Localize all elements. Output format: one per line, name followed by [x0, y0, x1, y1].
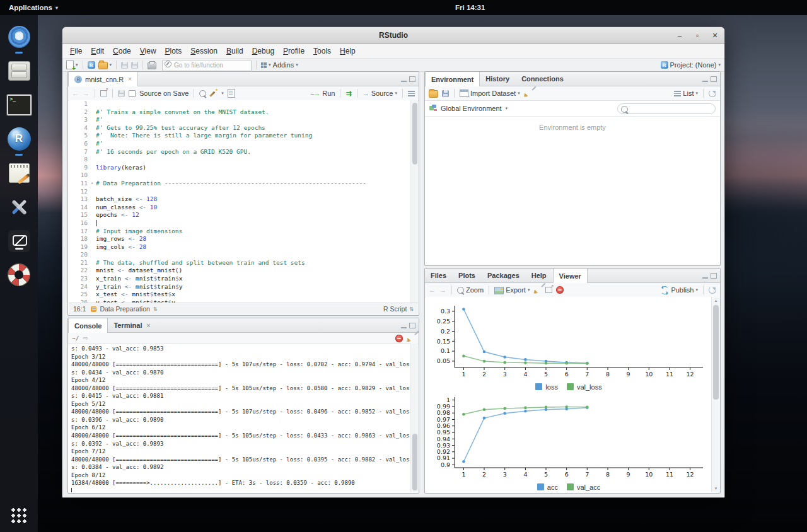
- tab-terminal[interactable]: Terminal×: [108, 318, 156, 332]
- open-in-window-icon[interactable]: [545, 287, 552, 293]
- code-line[interactable]: 6#': [69, 140, 411, 148]
- interrupt-stop-icon[interactable]: [395, 335, 403, 342]
- pane-minimize-icon[interactable]: [702, 76, 708, 82]
- close-icon[interactable]: ✕: [711, 32, 719, 39]
- clock[interactable]: Fri 14:31: [455, 0, 485, 15]
- editor-scrollbar[interactable]: [410, 100, 418, 303]
- code-line[interactable]: 17# Input image dimensions: [69, 228, 411, 236]
- save-all-button[interactable]: [131, 62, 138, 69]
- menu-profile[interactable]: Profile: [279, 45, 309, 57]
- tab-mnist-cnn-r[interactable]: Rmnist_cnn.R×: [68, 72, 138, 86]
- forward-icon[interactable]: →: [439, 286, 446, 294]
- tab-packages[interactable]: Packages: [482, 269, 526, 282]
- code-line[interactable]: 14num_classes <- 10: [69, 204, 411, 212]
- menu-file[interactable]: File: [66, 45, 86, 57]
- dock-terminal-button[interactable]: [6, 92, 32, 117]
- clear-environment-broom-icon[interactable]: [524, 90, 532, 98]
- code-tools-icon[interactable]: [210, 90, 218, 97]
- code-line[interactable]: 15epochs <- 12: [69, 211, 411, 219]
- load-workspace-icon[interactable]: [429, 90, 438, 98]
- code-line[interactable]: 9library(keras): [69, 164, 411, 172]
- code-line[interactable]: 13batch_size <- 128: [69, 195, 411, 204]
- dock-file-manager-button[interactable]: [6, 58, 32, 83]
- open-in-window-icon[interactable]: [100, 90, 107, 96]
- back-icon[interactable]: ←: [429, 286, 436, 294]
- forward-icon[interactable]: →: [83, 90, 90, 97]
- editor-scroll-thumb[interactable]: [412, 103, 417, 165]
- close-icon[interactable]: ×: [128, 76, 132, 83]
- code-line[interactable]: 20: [69, 251, 411, 259]
- code-line[interactable]: 25x_test <- mnist$test$x: [69, 291, 411, 299]
- document-outline-icon[interactable]: [408, 91, 415, 96]
- code-line[interactable]: 22mnist <- dataset_mnist(): [69, 267, 411, 275]
- code-editor[interactable]: 12#' Trains a simple convnet on the MNIS…: [69, 100, 411, 303]
- addins-button[interactable]: ▾ Addins ▾: [261, 61, 298, 69]
- import-dataset-button[interactable]: Import Dataset ▾: [460, 90, 520, 97]
- dock-r-button[interactable]: R: [6, 126, 32, 151]
- menu-build[interactable]: Build: [222, 45, 248, 57]
- pane-minimize-icon[interactable]: [401, 323, 407, 328]
- environment-scope-label[interactable]: Global Environment: [441, 105, 502, 112]
- stop-icon[interactable]: [556, 286, 564, 294]
- open-file-button[interactable]: ▾: [98, 61, 112, 69]
- tab-plots[interactable]: Plots: [453, 269, 482, 282]
- clear-viewer-broom-icon[interactable]: [533, 286, 542, 294]
- code-line[interactable]: 10: [69, 171, 411, 180]
- console-scroll-thumb[interactable]: [412, 434, 417, 490]
- code-line[interactable]: 3#': [69, 116, 411, 124]
- pane-maximize-icon[interactable]: [711, 273, 717, 279]
- code-line[interactable]: 4#' Gets to 99.25% test accuracy after 1…: [69, 124, 411, 132]
- new-project-button[interactable]: R: [88, 61, 95, 69]
- menu-help[interactable]: Help: [335, 45, 360, 57]
- compile-report-icon[interactable]: [228, 89, 235, 98]
- viewer-scrollbar[interactable]: ▲ ▼: [711, 297, 720, 492]
- save-button[interactable]: [121, 62, 128, 69]
- console-scrollbar[interactable]: [410, 344, 418, 492]
- environment-search-input[interactable]: [617, 103, 716, 114]
- rerun-button[interactable]: ⇉: [345, 90, 351, 98]
- pane-maximize-icon[interactable]: [409, 76, 415, 82]
- menu-tools[interactable]: Tools: [309, 45, 335, 57]
- refresh-icon[interactable]: [709, 90, 716, 97]
- list-view-button[interactable]: List ▾: [674, 90, 698, 97]
- code-line[interactable]: 18img_rows <- 28: [69, 235, 411, 243]
- tab-files[interactable]: Files: [425, 269, 453, 282]
- code-line[interactable]: 12: [69, 188, 411, 196]
- tab-viewer[interactable]: Viewer: [553, 269, 588, 283]
- pane-maximize-icon[interactable]: [711, 76, 717, 82]
- code-line[interactable]: 21# The data, shuffled and split between…: [69, 259, 411, 267]
- code-line[interactable]: 19img_cols <- 28: [69, 243, 411, 252]
- pane-maximize-icon[interactable]: [409, 323, 415, 328]
- menu-plots[interactable]: Plots: [161, 45, 187, 57]
- export-button[interactable]: Export ▾: [494, 286, 530, 294]
- scroll-down-icon[interactable]: ▼: [712, 485, 720, 492]
- scroll-up-icon[interactable]: ▲: [712, 297, 720, 304]
- code-line[interactable]: 24y_train <- mnist$train$y: [69, 283, 411, 291]
- show-apps-icon[interactable]: [11, 508, 26, 523]
- pane-minimize-icon[interactable]: [401, 76, 407, 82]
- dock-help-button[interactable]: [6, 262, 32, 287]
- console-output[interactable]: s: 0.0493 - val_acc: 0.9853Epoch 3/12480…: [69, 344, 411, 492]
- jump-to-dir-icon[interactable]: ⇨: [83, 335, 88, 342]
- tab-history[interactable]: History: [480, 72, 516, 86]
- tab-environment[interactable]: Environment: [425, 72, 480, 86]
- menu-edit[interactable]: Edit: [86, 45, 108, 57]
- run-button[interactable]: –→Run: [311, 90, 335, 97]
- publish-button[interactable]: Publish ▾: [661, 286, 698, 294]
- project-menu-button[interactable]: R Project: (None) ▾: [661, 61, 721, 69]
- find-replace-icon[interactable]: [199, 90, 206, 97]
- dock-chromium-button[interactable]: [6, 24, 32, 49]
- goto-file-input[interactable]: [162, 60, 252, 71]
- section-selector[interactable]: Data Preparation ⇅: [91, 305, 157, 313]
- dock-text-editor-button[interactable]: [6, 160, 32, 185]
- code-line[interactable]: 5#' Note: There is still a large margin …: [69, 132, 411, 140]
- code-line[interactable]: 1: [69, 100, 411, 108]
- code-line[interactable]: 16: [69, 219, 411, 228]
- tab-help[interactable]: Help: [526, 269, 553, 282]
- dock-screen-tool-button[interactable]: [6, 228, 32, 253]
- clear-console-broom-icon[interactable]: [407, 334, 415, 342]
- tab-connections[interactable]: Connections: [516, 72, 570, 86]
- code-line[interactable]: 2#' Trains a simple convnet on the MNIST…: [69, 108, 411, 117]
- code-line[interactable]: 7#' 16 seconds per epoch on a GRID K520 …: [69, 148, 411, 156]
- code-line[interactable]: 23x_train <- mnist$train$x: [69, 275, 411, 283]
